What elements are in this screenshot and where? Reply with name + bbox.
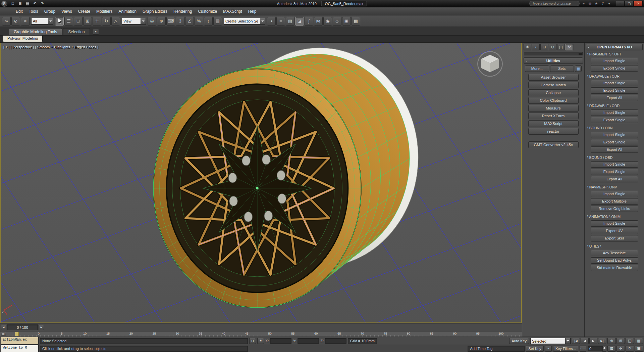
select-and-link-icon[interactable]: ∞ bbox=[2, 17, 11, 26]
menu-customize[interactable]: Customize bbox=[195, 8, 220, 15]
menu-graph-editors[interactable]: Graph Editors bbox=[140, 8, 170, 15]
utility-asset-browser-button[interactable]: Asset Browser bbox=[528, 74, 579, 81]
utility-reactor-button[interactable]: reactor bbox=[528, 128, 579, 135]
utility-sets-button[interactable]: Sets bbox=[550, 65, 574, 72]
maximize-button[interactable]: ▢ bbox=[625, 1, 634, 6]
zoom-all-icon[interactable]: ⊞ bbox=[616, 338, 625, 344]
io-fragments-oft-import-single-button[interactable]: Import Single bbox=[591, 58, 638, 64]
utility-camera-match-button[interactable]: Camera Match bbox=[528, 82, 579, 88]
y-coordinate-field[interactable] bbox=[298, 338, 319, 344]
modify-tab-icon[interactable]: ≀ bbox=[532, 44, 540, 50]
reference-coordinate-system-dropdown[interactable]: View bbox=[122, 18, 146, 25]
io-fragments-oft-export-single-button[interactable]: Export Single bbox=[591, 65, 638, 72]
redo-icon[interactable]: ↷ bbox=[39, 1, 46, 6]
io-navmesh-onv-remove-orig-links-button[interactable]: Remove Orig Links bbox=[591, 206, 638, 212]
next-frame-arrow-icon[interactable]: ► bbox=[39, 325, 44, 330]
io-animation-onim-export-uv-button[interactable]: Export UV bbox=[591, 228, 638, 234]
time-slider-handle[interactable] bbox=[15, 332, 19, 336]
save-file-icon[interactable]: ▤ bbox=[24, 1, 31, 6]
go-to-end-icon[interactable]: ▶| bbox=[598, 338, 606, 344]
utility-color-clipboard-button[interactable]: Color Clipboard bbox=[528, 97, 579, 104]
maximize-viewport-icon[interactable]: ▣ bbox=[635, 346, 643, 352]
io-bound-obd-export-single-button[interactable]: Export Single bbox=[591, 169, 638, 175]
set-key-curve-icon[interactable]: ~ bbox=[545, 346, 552, 352]
schematic-view-icon[interactable]: ⋈ bbox=[314, 17, 323, 26]
graphite-ribbon-toggle-icon[interactable]: ◪ bbox=[295, 17, 304, 26]
configure-button-sets-icon[interactable]: ▦ bbox=[575, 65, 582, 72]
maxscript-mini-listener[interactable]: Welcome to M bbox=[1, 345, 39, 352]
auto-key-button[interactable]: Auto Key bbox=[509, 338, 529, 344]
zoom-icon[interactable]: ⊕ bbox=[607, 338, 616, 344]
tab-graphite-modeling-tools[interactable]: Graphite Modeling Tools bbox=[9, 28, 62, 35]
use-pivot-point-center-icon[interactable]: ◎ bbox=[148, 17, 156, 26]
menu-rendering[interactable]: Rendering bbox=[170, 8, 195, 15]
absolute-offset-mode-icon[interactable]: ± bbox=[257, 338, 264, 344]
hierarchy-tab-icon[interactable]: ⊟ bbox=[540, 44, 548, 50]
search-go-icon[interactable]: ⌖ bbox=[581, 1, 586, 6]
io-animation-onim-export-skel-button[interactable]: Export Skel bbox=[591, 235, 638, 241]
go-to-start-icon[interactable]: |◀ bbox=[572, 338, 580, 344]
close-button[interactable]: ✕ bbox=[634, 1, 643, 6]
help-icon[interactable]: ? bbox=[600, 1, 605, 6]
mirror-icon[interactable]: ◑ bbox=[267, 17, 276, 26]
menu-help[interactable]: Help bbox=[245, 8, 260, 15]
io-drawable-odd-import-single-button[interactable]: Import Single bbox=[591, 109, 638, 116]
bind-to-space-warp-icon[interactable]: ≈ bbox=[21, 17, 30, 26]
select-and-move-icon[interactable]: ✛ bbox=[93, 17, 101, 26]
unlink-selection-icon[interactable]: ⊘ bbox=[11, 17, 20, 26]
menu-maxscript[interactable]: MAXScript bbox=[220, 8, 245, 15]
view-cube[interactable] bbox=[478, 52, 502, 77]
io-utils-adv-tesselate-button[interactable]: Adv Tesselate bbox=[591, 250, 638, 256]
io-bound-obd-import-single-button[interactable]: Import Single bbox=[591, 161, 638, 168]
io-navmesh-onv-import-single-button[interactable]: Import Single bbox=[591, 191, 638, 197]
more-utilities-button[interactable]: More... bbox=[525, 65, 549, 72]
viewport-label[interactable]: [ + ] [ Perspective ] [ Smooth + Highlig… bbox=[3, 45, 98, 49]
motion-tab-icon[interactable]: ⊙ bbox=[549, 44, 556, 50]
infocenter-search-input[interactable] bbox=[529, 1, 580, 6]
angle-snap-icon[interactable]: ∠ bbox=[185, 17, 194, 26]
open-mini-curve-editor-icon[interactable]: ▦ bbox=[1, 332, 6, 336]
chevron-down-icon[interactable] bbox=[260, 18, 265, 24]
io-drawable-odr-export-single-button[interactable]: Export Single bbox=[591, 87, 638, 94]
perspective-viewport[interactable]: [ + ] [ Perspective ] [ Smooth + Highlig… bbox=[0, 43, 522, 323]
zoom-extents-all-icon[interactable]: ▦ bbox=[635, 338, 643, 344]
tab-polygon-modeling[interactable]: Polygon Modeling bbox=[3, 36, 43, 42]
menu-animation[interactable]: Animation bbox=[116, 8, 140, 15]
chevron-down-icon[interactable] bbox=[48, 18, 53, 24]
x-coordinate-field[interactable] bbox=[270, 338, 291, 344]
io-animation-onim-import-single-button[interactable]: Import Single bbox=[591, 220, 638, 227]
material-editor-icon[interactable]: ◉ bbox=[323, 17, 332, 26]
io-drawable-odr-export-all-button[interactable]: Export All bbox=[591, 95, 638, 101]
utility-measure-button[interactable]: Measure bbox=[528, 105, 579, 112]
spinner-arrows-icon[interactable] bbox=[602, 346, 606, 352]
key-mode-dropdown[interactable]: Selected bbox=[530, 338, 571, 344]
utilities-tab-icon[interactable]: ⚒ bbox=[566, 44, 573, 50]
select-by-name-icon[interactable]: ☰ bbox=[64, 17, 73, 26]
previous-frame-arrow-icon[interactable]: ◄ bbox=[1, 325, 6, 330]
render-production-icon[interactable]: ▩ bbox=[352, 17, 360, 26]
current-time-field[interactable] bbox=[588, 346, 602, 351]
io-panel-header[interactable]: - OPEN FORMATS I/O bbox=[586, 44, 643, 50]
minimize-button[interactable]: – bbox=[616, 1, 625, 6]
viewport-canvas[interactable] bbox=[1, 43, 521, 322]
maxscript-macro-recorder[interactable]: actionMan.ex bbox=[1, 337, 39, 345]
render-setup-icon[interactable]: ♨ bbox=[333, 17, 341, 26]
select-and-rotate-icon[interactable]: ↻ bbox=[102, 17, 111, 26]
align-icon[interactable]: ≡ bbox=[276, 17, 285, 26]
io-navmesh-onv-export-multiple-button[interactable]: Export Multiple bbox=[591, 198, 638, 205]
undo-icon[interactable]: ↶ bbox=[32, 1, 38, 6]
select-object-icon[interactable]: ➤ bbox=[55, 17, 64, 26]
pan-icon[interactable]: ✛ bbox=[616, 346, 625, 352]
select-and-scale-icon[interactable]: △ bbox=[111, 17, 120, 26]
keyboard-shortcut-override-icon[interactable]: ⌨ bbox=[166, 17, 175, 26]
gmt-converter-button[interactable]: GMT Converter v2.45c bbox=[528, 141, 579, 148]
select-and-manipulate-icon[interactable]: ⊕ bbox=[157, 17, 166, 26]
frame-display[interactable]: 0 / 100 bbox=[7, 324, 38, 330]
io-utils-sel-bound-bad-polys-button[interactable]: Sel Bound Bad Polys bbox=[591, 257, 638, 264]
ribbon-options-icon[interactable]: ▾ bbox=[93, 29, 99, 35]
layer-manager-icon[interactable]: ▧ bbox=[286, 17, 294, 26]
collapse-icon[interactable]: - bbox=[524, 59, 529, 63]
wheel-model[interactable] bbox=[153, 48, 418, 307]
open-file-icon[interactable]: ⊞ bbox=[17, 1, 23, 6]
spinner-snap-icon[interactable]: ↕ bbox=[204, 17, 213, 26]
